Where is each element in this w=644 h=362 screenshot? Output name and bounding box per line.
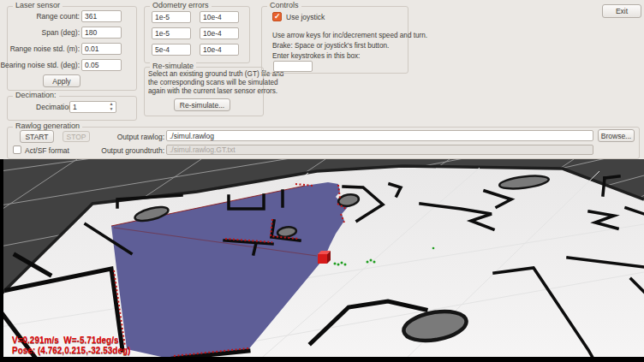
span-deg-label: Span (deg): (42, 28, 80, 37)
controls-group-title: Controls (267, 1, 301, 9)
bearing-noise-label: Bearing noise std. (deg): (0, 61, 80, 69)
actsf-checkbox[interactable]: ✓ (13, 145, 21, 154)
checkmark-icon: ✓ (274, 13, 281, 21)
odometry-input-r3c2[interactable] (200, 44, 239, 56)
hud-pose-text: Pose: (4.762,0.215,-32.53deg) (12, 346, 130, 355)
output-rawlog-label: Output rawlog: (117, 133, 164, 141)
robot-marker (318, 251, 331, 264)
resimulate-text-line2: the corresponding scans will be simulate… (148, 79, 278, 86)
simulation-viewport[interactable]: V=0.291m/s W=-5.71deg/s Pose: (4.762,0.2… (0, 159, 644, 362)
use-joystick-label: Use joystick (286, 13, 325, 21)
decimation-group-title: Decimation: (13, 91, 59, 99)
laser-sensor-group-title: Laser sensor (13, 1, 63, 9)
simulator-window: Laser sensor Range count: Span (deg): Ra… (0, 0, 644, 362)
use-joystick-checkbox[interactable]: ✓ (272, 12, 282, 21)
controls-text-line2: Brake: Space or joystick's first button. (272, 42, 389, 50)
bearing-noise-input[interactable] (81, 59, 122, 71)
keystroke-input[interactable] (273, 61, 313, 72)
robot-body (318, 254, 327, 264)
decimation-spinner[interactable]: ▲ ▼ (107, 102, 116, 111)
range-noise-input[interactable] (81, 43, 122, 55)
odometry-errors-group-title: Odometry errors (150, 1, 212, 9)
gridmap-3d-scene (0, 159, 644, 362)
odometry-input-r1c2[interactable] (200, 11, 239, 23)
start-button[interactable]: START (20, 130, 54, 143)
viewport-left-edge (0, 159, 3, 362)
range-count-input[interactable] (81, 10, 122, 22)
controls-group: Controls ✓ Use joystick Use arrow keys f… (261, 6, 408, 74)
odometry-input-r3c1[interactable] (152, 44, 191, 56)
output-groundtruth-input (166, 145, 593, 155)
odometry-input-r2c2[interactable] (200, 27, 239, 39)
controls-text-line3: Enter keystrokes in this box: (272, 52, 360, 60)
range-count-label: Range count: (36, 12, 80, 21)
odometry-input-r1c1[interactable] (152, 11, 191, 23)
spinner-down-icon[interactable]: ▼ (110, 107, 114, 111)
resimulate-group-title: Re-simulate (150, 62, 196, 70)
resimulate-button[interactable]: Re-simulate... (174, 98, 230, 111)
apply-button[interactable]: Apply (43, 74, 80, 87)
rawlog-generation-group: Rawlog generation START STOP Output rawl… (7, 127, 640, 159)
controls-text-line1: Use arrow keys for inc/decrement speed a… (272, 32, 427, 39)
exit-button[interactable]: Exit (602, 4, 641, 18)
browse-button[interactable]: Browse... (598, 129, 635, 142)
span-deg-input[interactable] (81, 27, 122, 39)
odometry-errors-group: Odometry errors (144, 6, 250, 63)
decimation-group: Decimation: Decimation: ▲ ▼ (7, 96, 137, 121)
resimulate-text-line3: again with the current laser sensor erro… (148, 87, 277, 95)
control-panel: Laser sensor Range count: Span (deg): Ra… (0, 0, 644, 160)
actsf-label: Act/SF format (25, 146, 69, 155)
viewport-bottom-edge (0, 357, 644, 362)
output-rawlog-input[interactable] (166, 130, 593, 141)
hud-velocity-text: V=0.291m/s W=-5.71deg/s (12, 335, 119, 345)
resimulate-group: Re-simulate Select an existing ground tr… (144, 67, 264, 116)
stop-button[interactable]: STOP (63, 131, 90, 142)
range-noise-label: Range noise std. (m): (10, 45, 80, 53)
rawlog-group-title: Rawlog generation (13, 122, 82, 130)
odometry-input-r2c1[interactable] (152, 27, 191, 39)
output-groundtruth-label: Output groundtruth: (101, 146, 164, 155)
laser-sensor-group: Laser sensor Range count: Span (deg): Ra… (7, 6, 137, 91)
